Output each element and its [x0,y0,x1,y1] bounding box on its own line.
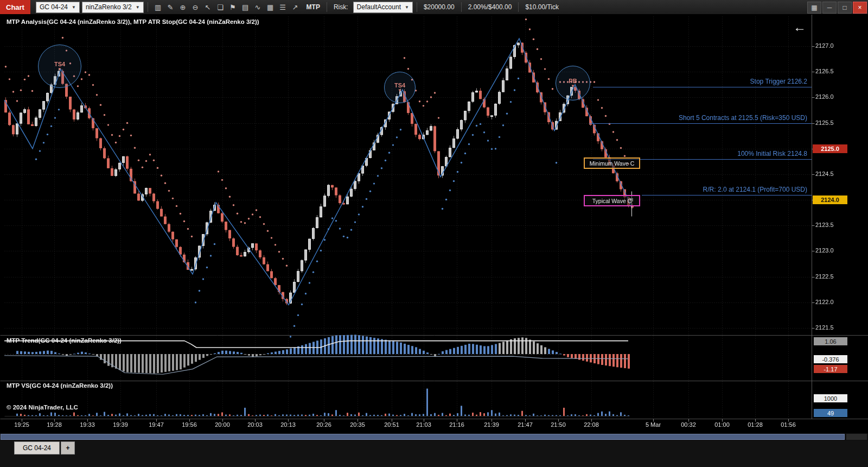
alert-flag-icon[interactable]: ⚑ [227,2,239,12]
scrollbar-thumb[interactable] [1,434,845,440]
chart-canvas[interactable] [0,0,868,467]
interval-dropdown-value: ninZaRenko 3/2 [86,3,132,11]
list-icon[interactable]: ☰ [277,2,289,12]
scrollbar-corner [846,434,867,440]
account-dropdown[interactable]: DefaultAccount ▼ [353,2,413,13]
add-tab-button[interactable]: + [61,441,75,455]
risk-label: Risk: [331,3,351,11]
chart-window-label: Chart [0,0,30,14]
interval-dropdown[interactable]: ninZaRenko 3/2 ▼ [82,2,144,13]
chevron-down-icon: ▼ [136,5,140,10]
maximize-button[interactable]: □ [838,2,852,14]
snapshot-icon[interactable]: ❏ [214,2,227,12]
toolbar-separator [327,2,327,12]
toolbar-separator [148,2,148,12]
toolbar-separator [417,2,417,12]
toolbar-icons: ▥✎⊕⊖↖❏⚑▤∿▦☰↗ [152,2,302,12]
account-balance-value: $20000.00 [421,3,457,11]
chevron-down-icon: ▼ [405,5,409,10]
pencil-draw-icon[interactable]: ✎ [164,2,177,12]
toolbar-separator [461,2,462,12]
indicators-icon[interactable]: ▤ [239,2,252,12]
cursor-icon[interactable]: ↖ [202,2,214,12]
zoom-out-icon[interactable]: ⊖ [189,2,202,12]
account-dropdown-value: DefaultAccount [357,3,401,11]
zoom-in-icon[interactable]: ⊕ [177,2,189,12]
chevron-down-icon: ▼ [72,5,76,10]
tick-value: $10.00/Tick [522,3,561,11]
chart-window: Chart GC 04-24 ▼ ninZaRenko 3/2 ▼ ▥✎⊕⊖↖❏… [0,0,868,467]
columns-icon[interactable]: ▦ [264,2,277,12]
tab-bar: GC 04-24 + [0,441,868,467]
chart-style-icon[interactable]: ▥ [152,2,164,12]
mtp-label: MTP [304,3,323,11]
window-controls: ▦─□× [807,2,867,14]
toolbar: Chart GC 04-24 ▼ ninZaRenko 3/2 ▼ ▥✎⊕⊖↖❏… [0,0,868,15]
time-scrollbar[interactable] [0,433,868,441]
risk-percent-value: 2.00%/$400.00 [465,3,515,11]
grid-window-button[interactable]: ▦ [807,2,821,14]
minimize-button[interactable]: ─ [822,2,837,14]
close-button[interactable]: × [853,2,867,14]
instrument-dropdown[interactable]: GC 04-24 ▼ [36,2,80,13]
drawing-line-icon[interactable]: ∿ [252,2,264,12]
trend-tool-icon[interactable]: ↗ [289,2,302,12]
tab-gc-04-24[interactable]: GC 04-24 [14,441,60,455]
toolbar-separator [518,2,519,12]
instrument-dropdown-value: GC 04-24 [40,3,68,11]
